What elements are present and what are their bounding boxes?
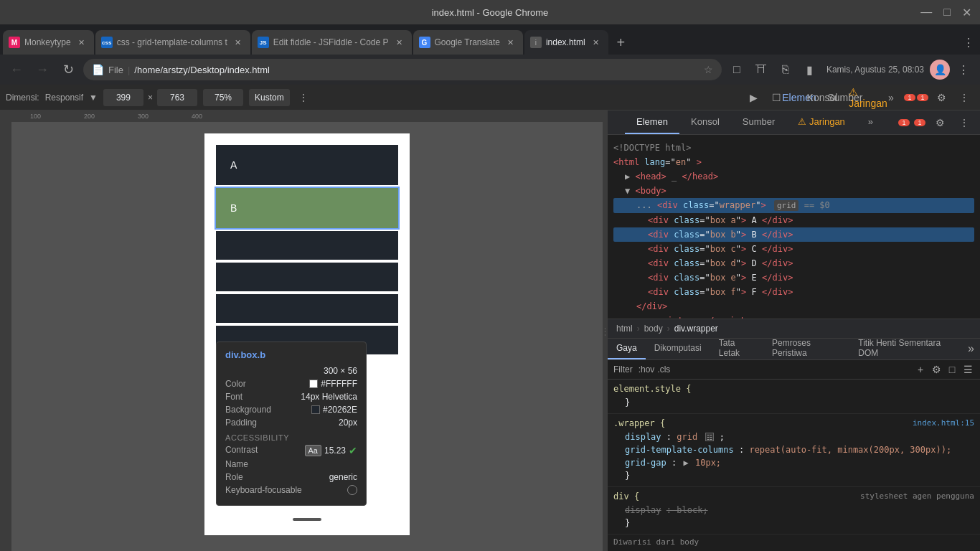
- tab-elemen[interactable]: [608, 110, 625, 135]
- element-style-selector: element.style {: [613, 384, 974, 394]
- tab-elemen-active[interactable]: Elemen: [625, 110, 679, 134]
- tab-jsfiddle[interactable]: JS Edit fiddle - JSFiddle - Code P ✕: [252, 30, 412, 55]
- network-panel-icon[interactable]: ⚠ Jaringan: [858, 88, 878, 108]
- div-close: }: [613, 517, 974, 529]
- minimize-button[interactable]: —: [920, 6, 932, 19]
- tab-menu-button[interactable]: ⋮: [957, 30, 980, 55]
- tab-close-js[interactable]: ✕: [393, 36, 406, 49]
- tab-index[interactable]: i index.html ✕: [524, 30, 608, 55]
- inspect-icon[interactable]: ▶: [743, 88, 763, 108]
- tab-monkeytype[interactable]: M Monkeytype ✕: [3, 30, 94, 55]
- back-button[interactable]: ←: [6, 59, 27, 80]
- tooltip-role-row: Role generic: [225, 472, 357, 482]
- file-icon: 📄: [92, 64, 104, 75]
- tooltip-color-row: Color #FFFFFF: [225, 379, 357, 389]
- style-copy-icon[interactable]: □: [946, 363, 958, 376]
- toolbar: ← → ↻ 📄 File | /home/arstzy/Desktop/inde…: [0, 55, 980, 85]
- zoom-input[interactable]: [203, 89, 243, 106]
- tooltip-font-value: 14px Helvetica: [301, 392, 357, 402]
- dropdown-arrow[interactable]: ▼: [89, 93, 98, 103]
- style-tab-dikomputasi[interactable]: Dikomputasi: [646, 338, 710, 359]
- style-panel-tabs: Gaya Dikomputasi Tata Letak Pemroses Per…: [608, 339, 980, 360]
- devtools-settings-icon[interactable]: ⚙: [930, 113, 950, 133]
- breadcrumb-wrapper[interactable]: div.wrapper: [672, 322, 721, 335]
- window-controls[interactable]: — □ ✕: [920, 6, 971, 19]
- tooltip-role-value: generic: [329, 472, 357, 482]
- style-tab-gaya[interactable]: Gaya: [608, 338, 646, 359]
- style-tabs-more[interactable]: »: [962, 342, 980, 355]
- close-button[interactable]: ✕: [962, 6, 971, 19]
- wrapper-close: }: [613, 469, 974, 482]
- tree-line-box-a[interactable]: <div class="box a"> A </div>: [613, 213, 974, 227]
- tab-sumber[interactable]: Sumber: [731, 110, 787, 134]
- custom-button[interactable]: Kustom: [249, 89, 290, 106]
- scroll-indicator: [293, 518, 321, 521]
- tooltip-contrast-row: Contrast Aa 15.23 ✔: [225, 445, 357, 456]
- tab-close-google[interactable]: ✕: [504, 36, 517, 49]
- filter-hov[interactable]: :hov: [639, 364, 655, 375]
- tab-close-css[interactable]: ✕: [232, 36, 245, 49]
- devtools-more-icon[interactable]: ⋮: [954, 88, 974, 108]
- tree-line-box-f[interactable]: <div class="box f"> F </div>: [613, 285, 974, 299]
- tab-close-monkeytype[interactable]: ✕: [75, 36, 88, 49]
- breadcrumb-body[interactable]: body: [641, 322, 666, 335]
- reload-button[interactable]: ↻: [57, 59, 79, 80]
- battery-icon: ▮: [799, 59, 821, 80]
- tab-close-index[interactable]: ✕: [590, 36, 603, 49]
- tree-line-box-c[interactable]: <div class="box c"> C </div>: [613, 242, 974, 256]
- tooltip-contrast-value: Aa 15.23 ✔: [305, 445, 358, 456]
- filter-cls[interactable]: .cls: [657, 364, 670, 375]
- style-tab-pemroses[interactable]: Pemroses Peristiwa: [763, 338, 849, 359]
- tab-jaringan[interactable]: ⚠ Jaringan: [786, 110, 856, 134]
- style-settings-icon[interactable]: ⚙: [930, 363, 943, 376]
- tooltip-name-label: Name: [225, 459, 248, 469]
- style-add-icons: + ⚙ □ ☰: [914, 363, 974, 376]
- extensions-button[interactable]: □: [726, 59, 748, 80]
- tree-line-box-d[interactable]: <div class="box d"> D </div>: [613, 256, 974, 270]
- tree-line-box-b[interactable]: <div class="box b"> B </div>: [613, 227, 974, 242]
- tree-line-box-e[interactable]: <div class="box e"> E </div>: [613, 270, 974, 285]
- element-style-close: }: [613, 396, 974, 409]
- bookmark-icon[interactable]: ☆: [704, 64, 713, 75]
- settings-icon[interactable]: ⚙: [931, 88, 951, 108]
- style-tab-tata-letak[interactable]: Tata Letak: [710, 338, 763, 359]
- badge-group: 1 1: [904, 94, 928, 101]
- more-panels-icon[interactable]: »: [881, 88, 901, 108]
- width-input[interactable]: [103, 89, 143, 106]
- tree-line-wrapper[interactable]: ... <div class="wrapper"> grid == $0: [613, 198, 974, 213]
- new-tab-button[interactable]: +: [610, 30, 633, 55]
- html-tree: <!DOCTYPE html> <html lang="en" > ▶ <hea…: [608, 135, 980, 319]
- wrapper-selector: .wrapper { index.html:15: [613, 418, 974, 428]
- tab-favicon-index: i: [530, 37, 542, 48]
- devtools-panel-more-icon[interactable]: ⋮: [954, 113, 974, 133]
- style-rule-body: body { index.html:10 padding : ▶ 20px; f…: [608, 548, 980, 552]
- shield-icon[interactable]: ⛩: [750, 59, 772, 80]
- toolbar-actions: □ ⛩ ⎘ ▮ Kamis, Agustus 25, 08:03 👤 ⋮: [726, 59, 974, 80]
- tab-konsol[interactable]: Konsol: [679, 110, 731, 134]
- ruler-icon[interactable]: ⋮: [298, 92, 308, 103]
- devtools-error-count: 1: [898, 119, 910, 126]
- devtools-warning-count: 1: [914, 119, 925, 126]
- profile-button[interactable]: 👤: [930, 60, 950, 80]
- breadcrumb-html[interactable]: html: [613, 322, 636, 335]
- maximize-button[interactable]: □: [943, 6, 951, 19]
- tab-css-grid[interactable]: css css - grid-template-columns t ✕: [95, 30, 250, 55]
- forward-button[interactable]: →: [32, 59, 53, 80]
- wrapper-file[interactable]: index.html:15: [913, 418, 974, 428]
- style-layout-icon[interactable]: ☰: [961, 363, 974, 376]
- address-bar[interactable]: 📄 File | /home/arstzy/Desktop/index.html…: [83, 59, 722, 80]
- grid-layout-icon[interactable]: ☷: [705, 433, 714, 441]
- height-input[interactable]: [157, 89, 197, 106]
- color-swatch: [309, 380, 318, 388]
- tab-more[interactable]: »: [857, 110, 885, 134]
- tab-google-translate[interactable]: G Google Translate ✕: [413, 30, 523, 55]
- tree-line-head: ▶ <head> _ </head>: [613, 169, 974, 184]
- tree-line-doctype: <!DOCTYPE html>: [613, 141, 974, 155]
- bg-swatch: [311, 405, 320, 414]
- box-b: B: [216, 188, 398, 228]
- more-button[interactable]: ⋮: [953, 59, 974, 80]
- tooltip-keyboard-label: Keyboard-focusable: [225, 485, 302, 495]
- tab-favicon-google: G: [419, 37, 430, 48]
- style-tab-titik-henti[interactable]: Titik Henti Sementara DOM: [849, 338, 962, 359]
- add-style-rule-icon[interactable]: +: [914, 363, 927, 376]
